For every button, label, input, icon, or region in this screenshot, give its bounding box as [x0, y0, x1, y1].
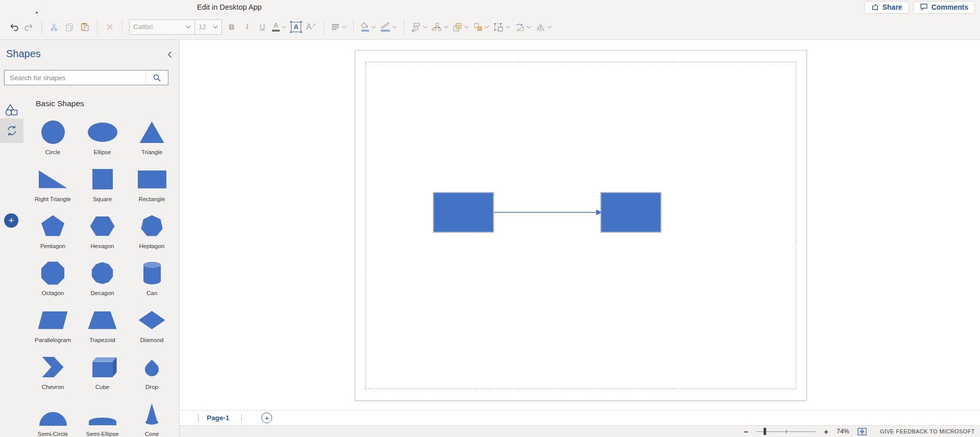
shape-thumbnail — [41, 261, 65, 285]
chevron-down-icon — [392, 26, 397, 29]
divider — [241, 414, 242, 422]
font-size-select[interactable]: 12 — [195, 20, 222, 34]
stencil-tab-selected[interactable] — [0, 118, 23, 143]
shape-label: Chevron — [42, 384, 64, 390]
diagram-rectangle-1[interactable] — [433, 192, 494, 233]
shape-label: Heptagon — [139, 243, 165, 249]
paste-button[interactable] — [77, 18, 92, 36]
shape-label: Drop — [145, 384, 158, 390]
rotate-button[interactable] — [512, 18, 533, 36]
shape-item[interactable]: Ellipse — [78, 117, 127, 164]
chevron-down-icon — [281, 26, 286, 29]
shape-item[interactable]: Parallelogram — [28, 305, 78, 352]
fit-page-button[interactable] — [857, 428, 867, 435]
redo-button[interactable] — [21, 18, 37, 36]
zoom-level-value[interactable]: 74% — [837, 428, 849, 435]
shape-item[interactable]: Cube — [78, 352, 127, 399]
shape-item[interactable]: Rectangle — [127, 164, 177, 211]
undo-button[interactable] — [6, 18, 21, 36]
page-tab-page-1[interactable]: Page-1 — [207, 414, 229, 422]
menu-tab[interactable] — [93, 0, 95, 14]
chevron-down-icon — [423, 26, 428, 29]
shape-item[interactable]: Hexagon — [78, 211, 127, 258]
shape-label: Cone — [145, 431, 159, 437]
align-text-button[interactable] — [329, 18, 349, 36]
position-button[interactable] — [409, 18, 430, 36]
container-button[interactable] — [492, 18, 512, 36]
cut-button[interactable] — [46, 18, 62, 36]
menu-tab[interactable] — [7, 0, 9, 14]
shape-item[interactable]: Circle — [28, 117, 78, 164]
font-color-button[interactable]: A — [270, 18, 288, 36]
basic-shapes-stencil-icon — [5, 104, 19, 117]
shape-item[interactable]: Heptagon — [127, 211, 177, 258]
group-button[interactable] — [471, 18, 492, 36]
shape-label: Semi-Circle — [38, 431, 68, 437]
shape-thumbnail — [139, 311, 165, 329]
shape-item[interactable]: Triangle — [127, 117, 177, 164]
divider — [122, 19, 122, 35]
comments-button[interactable]: Comments — [913, 1, 975, 14]
search-input[interactable] — [5, 70, 145, 85]
diagram-connector-arrow[interactable] — [494, 207, 602, 217]
drawing-canvas[interactable] — [180, 40, 980, 410]
add-page-button[interactable]: + — [261, 412, 272, 423]
flip-icon — [535, 22, 546, 32]
font-family-select[interactable]: Calibri — [130, 20, 195, 34]
stencil-strip: + — [0, 95, 23, 437]
top-actions: Share Comments — [864, 1, 980, 14]
position-icon — [411, 22, 421, 32]
shape-item[interactable]: Cone — [127, 399, 177, 437]
shape-thumbnail — [38, 311, 68, 329]
copy-button[interactable] — [62, 18, 77, 36]
give-feedback-link[interactable]: GIVE FEEDBACK TO MICROSOFT — [880, 428, 975, 434]
menu-tab[interactable] — [64, 0, 66, 14]
shape-thumbnail — [145, 403, 159, 425]
zoom-slider[interactable] — [756, 427, 816, 435]
zoom-out-button[interactable]: − — [744, 428, 748, 435]
shape-thumbnail — [91, 262, 114, 285]
search-button[interactable] — [145, 70, 168, 85]
zoom-in-button[interactable]: + — [824, 428, 828, 435]
shape-thumbnail — [92, 362, 113, 377]
shape-thumbnail — [140, 122, 164, 143]
shape-item[interactable]: Square — [78, 164, 127, 211]
flip-button[interactable] — [533, 18, 554, 36]
shape-item[interactable]: Pentagon — [28, 211, 78, 258]
drawing-page[interactable] — [355, 50, 807, 401]
diagram-rectangle-2[interactable] — [600, 192, 662, 233]
share-button[interactable]: Share — [864, 1, 909, 14]
menu-tab[interactable] — [36, 0, 38, 14]
menu-tab[interactable] — [121, 0, 124, 14]
home-ribbon: Calibri 12 B I U A A — [0, 14, 980, 40]
line-color-button[interactable] — [378, 18, 399, 36]
menu-tab[interactable] — [150, 0, 152, 14]
bold-button[interactable]: B — [224, 18, 239, 36]
shape-item[interactable]: Chevron — [28, 352, 78, 399]
relayout-button[interactable] — [430, 18, 451, 36]
delete-button[interactable] — [102, 18, 117, 36]
shape-item[interactable]: Semi-Circle — [28, 399, 78, 437]
text-box-button[interactable]: A — [288, 18, 304, 36]
share-label: Share — [883, 3, 902, 11]
underline-button[interactable]: U — [255, 18, 270, 36]
chevron-down-icon — [464, 26, 469, 29]
grow-font-button[interactable]: A — [304, 18, 319, 36]
bring-forward-button[interactable] — [451, 18, 471, 36]
edit-in-desktop-app-button[interactable]: Edit in Desktop App — [197, 0, 262, 14]
shape-item[interactable]: Trapezoid — [78, 305, 127, 352]
shape-item[interactable]: Decagon — [78, 258, 127, 305]
zoom-slider-midpoint — [786, 430, 787, 433]
shape-item[interactable]: Can — [127, 258, 177, 305]
shape-item[interactable]: Right Triangle — [28, 164, 78, 211]
collapse-panel-button[interactable] — [167, 51, 172, 60]
fill-color-button[interactable] — [358, 18, 378, 36]
shape-item[interactable]: Semi-Ellipse — [78, 399, 127, 437]
shape-item[interactable]: Octagon — [28, 258, 78, 305]
add-shapes-button[interactable]: + — [4, 213, 18, 228]
italic-button[interactable]: I — [239, 18, 255, 36]
shape-item[interactable]: Diamond — [127, 305, 177, 352]
shape-item[interactable]: Drop — [127, 352, 177, 399]
font-color-icon: A — [272, 22, 280, 32]
zoom-slider-thumb[interactable] — [764, 428, 766, 435]
